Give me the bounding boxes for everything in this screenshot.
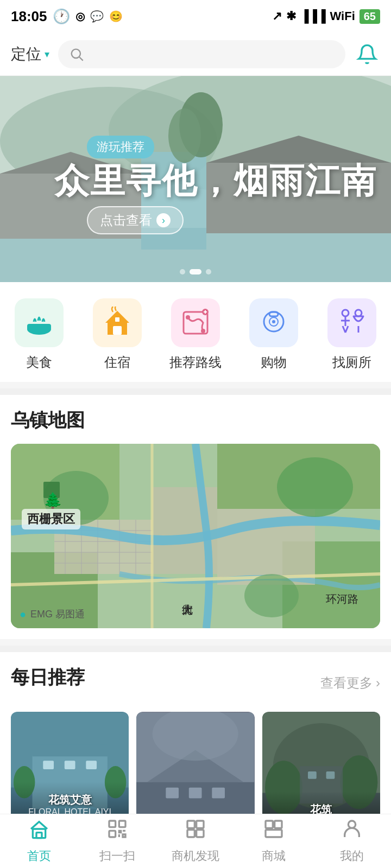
svg-point-20 <box>186 315 190 320</box>
separator-1 <box>0 388 391 395</box>
status-bar: 18:05 🕐 ◎ 💬 😊 ↗ ✱ ▐▐▐ WiFi 65 <box>0 0 391 33</box>
food-label: 美食 <box>26 354 52 371</box>
svg-point-21 <box>201 329 205 333</box>
svg-rect-17 <box>113 326 122 335</box>
dropdown-icon: ▾ <box>45 48 49 60</box>
svg-rect-90 <box>187 830 194 837</box>
chevron-right-icon: › <box>376 675 380 691</box>
svg-point-54 <box>277 457 353 517</box>
location-status-icon: ◎ <box>75 10 85 23</box>
svg-rect-70 <box>153 782 238 814</box>
separator-2 <box>0 646 391 652</box>
dot-3 <box>206 269 211 275</box>
svg-point-55 <box>244 574 299 617</box>
banner[interactable]: 游玩推荐 众里寻他，烟雨江南 点击查看 › <box>0 76 391 282</box>
svg-rect-94 <box>266 830 282 837</box>
nav-discover[interactable]: 商机发现 <box>163 818 228 864</box>
face-icon: 😊 <box>109 10 123 23</box>
category-stay[interactable]: 住宿 <box>85 298 150 371</box>
hotel-card-3[interactable]: 花筑 FLORAL HO... <box>262 712 380 831</box>
dot-1 <box>180 269 185 275</box>
svg-rect-91 <box>197 830 204 837</box>
network-icon: ▐▐▐ <box>300 9 326 23</box>
mall-icon <box>263 818 285 845</box>
nav-home[interactable]: 首页 <box>7 818 72 864</box>
svg-rect-82 <box>326 771 335 779</box>
map-container[interactable]: 🌲 西栅景区 北大街 环河路 ● EMG 易图通 <box>11 444 380 628</box>
svg-rect-73 <box>212 788 225 799</box>
msg-icon: 💬 <box>90 10 104 23</box>
hotel-cards: 花筑艾意 FLORAL HOTEL AIYI HOMES <box>11 712 380 831</box>
svg-rect-85 <box>109 821 116 827</box>
svg-rect-81 <box>308 771 317 779</box>
category-route[interactable]: 推荐路线 <box>163 298 228 371</box>
battery: 65 <box>360 9 380 24</box>
map-watermark: ● EMG 易图通 <box>20 608 85 621</box>
svg-rect-60 <box>33 745 108 757</box>
map-label-road: 环河路 <box>326 592 358 607</box>
person-icon <box>341 818 363 845</box>
svg-rect-62 <box>65 761 75 769</box>
category-section: 美食 住宿 <box>0 282 391 382</box>
daily-title: 每日推荐 <box>11 665 85 690</box>
nav-mine[interactable]: 我的 <box>319 818 384 864</box>
svg-rect-61 <box>43 761 54 769</box>
svg-point-32 <box>355 310 362 316</box>
search-icon <box>69 47 84 62</box>
category-toilet[interactable]: 找厕所 <box>319 298 384 371</box>
svg-rect-92 <box>266 821 273 828</box>
search-bar[interactable] <box>58 40 345 68</box>
stay-icon <box>101 307 134 339</box>
svg-line-1 <box>79 57 83 60</box>
stay-label: 住宿 <box>104 354 130 371</box>
hotel-card-2[interactable] <box>136 712 254 831</box>
nav-mall[interactable]: 商城 <box>241 818 306 864</box>
wifi-icon: WiFi <box>330 9 355 23</box>
svg-rect-88 <box>187 821 194 828</box>
scan-icon <box>106 818 128 845</box>
svg-rect-87 <box>109 831 116 837</box>
svg-rect-63 <box>86 761 97 769</box>
nav-scan-label: 扫一扫 <box>99 848 135 864</box>
home-icon <box>28 818 50 845</box>
hotel-card-1[interactable]: 花筑艾意 FLORAL HOTEL AIYI HOMES <box>11 712 129 831</box>
route-label: 推荐路线 <box>169 354 222 371</box>
nav-scan[interactable]: 扫一扫 <box>85 818 150 864</box>
svg-rect-84 <box>36 833 42 838</box>
food-icon <box>23 307 55 339</box>
svg-rect-93 <box>275 821 282 828</box>
map-label-xizha: 西栅景区 <box>22 509 80 529</box>
toilet-label: 找厕所 <box>332 354 371 371</box>
map-section: 乌镇地图 <box>0 395 391 639</box>
location-button[interactable]: 定位 ▾ <box>11 44 49 65</box>
shop-icon <box>257 307 290 339</box>
notification-button[interactable] <box>354 41 380 67</box>
header: 定位 ▾ <box>0 33 391 76</box>
svg-rect-72 <box>189 788 202 799</box>
category-shop[interactable]: 购物 <box>241 298 306 371</box>
category-food[interactable]: 美食 <box>7 298 72 371</box>
nav-home-label: 首页 <box>27 848 51 864</box>
see-more-button[interactable]: 查看更多 › <box>320 674 380 692</box>
status-time: 18:05 <box>11 8 47 25</box>
nav-discover-label: 商机发现 <box>172 848 219 864</box>
banner-dots <box>180 269 211 275</box>
bell-icon <box>356 43 378 65</box>
bottom-nav: 首页 扫一扫 商机发现 商城 <box>0 814 391 868</box>
banner-cta-button[interactable]: 点击查看 › <box>87 206 184 234</box>
dot-2 <box>190 269 201 275</box>
location-label: 定位 <box>11 44 41 65</box>
signal-icon: ↗ <box>272 9 282 23</box>
svg-rect-71 <box>166 788 179 799</box>
banner-tag: 游玩推荐 <box>87 136 154 158</box>
svg-rect-18 <box>115 317 119 322</box>
nav-mine-label: 我的 <box>340 848 364 864</box>
arrow-right-icon: › <box>156 213 171 227</box>
svg-point-95 <box>348 821 355 828</box>
svg-rect-89 <box>197 821 204 828</box>
svg-point-27 <box>342 310 349 316</box>
shop-label: 购物 <box>261 354 287 371</box>
svg-point-26 <box>272 320 275 323</box>
svg-rect-24 <box>269 312 278 316</box>
svg-line-31 <box>345 326 348 333</box>
